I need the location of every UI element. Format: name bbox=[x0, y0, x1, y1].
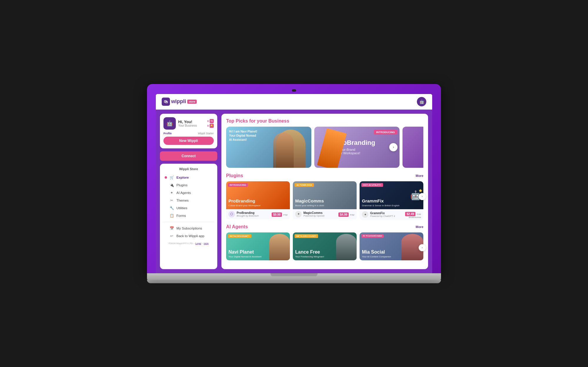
plugin-card-magiccomms[interactable]: AI POWERED! MagicComms Boost your writin… bbox=[293, 181, 357, 220]
lance-beta-badge: BETA DISCOUNT! bbox=[295, 234, 318, 238]
grammfix-title: GrammFix bbox=[362, 199, 400, 204]
hero-card-small[interactable] bbox=[402, 127, 423, 168]
main-layout: 🤖 Hi, You! Your Business 0 🛍 bbox=[156, 110, 432, 273]
agent-card-lance[interactable]: BETA DISCOUNT! Lance Free Your Freelanci… bbox=[293, 232, 357, 260]
grammfix-sub: Grammar & Sense in British English bbox=[362, 204, 400, 207]
hero-card-probranding[interactable]: INTRODUCING ProBranding Colour-Brandyour… bbox=[314, 127, 400, 168]
magiccomms-icon: ✦ bbox=[295, 211, 302, 217]
magiccomms-pm: P/M bbox=[350, 214, 354, 216]
footer-legal[interactable]: Legal bbox=[196, 242, 201, 245]
hero-carousel: Hi! I am Navi Planet!Your Digital NomadA… bbox=[226, 127, 423, 168]
navi-agent-title: Navi Planet bbox=[228, 249, 261, 255]
plugins-row: INTRODUCING ProBranding Colour-Brand you… bbox=[226, 181, 423, 220]
mia-agent-sub: Your AI Content Companion bbox=[362, 255, 391, 258]
agents-carousel-next[interactable]: › bbox=[419, 244, 426, 251]
laptop-bottom bbox=[147, 280, 441, 283]
nav-card: Wippli Store 🛒 Explore 🔌 Plugins bbox=[160, 164, 217, 269]
navi-agent-person bbox=[269, 234, 290, 260]
hero-title: Top Picks for your Business bbox=[226, 118, 289, 124]
grammfix-old-price: $4.99.00 P/M bbox=[405, 216, 421, 218]
magiccomms-title: MagicComms bbox=[295, 199, 324, 204]
user-business: Your Business bbox=[178, 124, 205, 127]
user-avatar: 🤖 bbox=[163, 117, 176, 130]
active-dot bbox=[165, 176, 167, 179]
badge1-icon: 🛍 bbox=[210, 119, 214, 123]
probranding-plugin-badge: INTRODUCING bbox=[228, 183, 248, 187]
sidebar-item-back-to-app[interactable]: ↩ Back to Wippli app bbox=[163, 232, 214, 240]
connect-button[interactable]: Connect bbox=[160, 151, 217, 161]
utilities-label: Utilities bbox=[176, 206, 187, 210]
sidebar-item-utilities[interactable]: 🔧 Utilities bbox=[163, 204, 214, 212]
grammfix-powered: Powered by ChatGPT 4 bbox=[370, 215, 403, 217]
navi-agent-sub: Your Digital Nomad AI Assistant bbox=[228, 255, 261, 258]
agents-title: AI Agents bbox=[226, 224, 248, 229]
agents-header: AI Agents More bbox=[226, 224, 423, 229]
main-content: Top Picks for your Business Hi! I am Nav… bbox=[221, 114, 428, 269]
user-card: 🤖 Hi, You! Your Business 0 🛍 bbox=[160, 114, 217, 148]
agent-card-navi[interactable]: BETA DISCOUNT! Navi Planet Your Digital … bbox=[226, 232, 290, 260]
lance-agent-title: Lance Free bbox=[295, 249, 324, 255]
badge2-num: 0 bbox=[207, 124, 209, 127]
probranding-name: ProBranding bbox=[237, 211, 270, 214]
starter-badge: Wippli Starter bbox=[198, 132, 214, 135]
magiccomms-name: MagicComms bbox=[303, 211, 337, 214]
introducing-badge: INTRODUCING bbox=[374, 130, 397, 135]
logo-text: wippli bbox=[171, 98, 186, 105]
nav-title: Wippli Store bbox=[163, 167, 214, 171]
top-bar: 🛍 wippli store 🤖 bbox=[156, 94, 432, 110]
plugin-card-grammfix[interactable]: HOT AI UTILITY! 🤖 ⭐ GrammFix Grammar & S… bbox=[360, 181, 423, 220]
badge2-icon: 🔔 bbox=[210, 124, 214, 128]
navi-text: Hi! I am Navi Planet!Your Digital NomadA… bbox=[229, 130, 257, 142]
grammfix-name: GrammFix bbox=[370, 212, 403, 215]
plugins-title: Plugins bbox=[226, 173, 243, 178]
plugins-more[interactable]: More bbox=[416, 174, 423, 177]
laptop-base bbox=[147, 273, 441, 280]
hero-carousel-next[interactable]: › bbox=[389, 143, 397, 151]
probranding-pm: P/M bbox=[283, 214, 288, 216]
explore-icon: 🛒 bbox=[169, 175, 174, 180]
sidebar-item-ai-agents[interactable]: ✦ AI Agents bbox=[163, 189, 214, 197]
agent-card-mia[interactable]: AI ✦ContentCreator Mia Social Your AI Co… bbox=[360, 232, 423, 260]
nav-divider bbox=[163, 222, 214, 222]
sidebar: 🤖 Hi, You! Your Business 0 🛍 bbox=[160, 114, 217, 269]
sidebar-item-explore[interactable]: 🛒 Explore bbox=[163, 174, 214, 181]
agents-more[interactable]: More bbox=[416, 225, 423, 229]
magiccomms-powered: Powered by OpenAI bbox=[303, 214, 337, 217]
explore-label: Explore bbox=[176, 176, 189, 179]
plugins-label: Plugins bbox=[176, 183, 188, 187]
footer-help[interactable]: Help bbox=[204, 242, 208, 245]
hero-card-navi[interactable]: Hi! I am Navi Planet!Your Digital NomadA… bbox=[226, 127, 311, 168]
sidebar-item-themes[interactable]: ✂ Themes bbox=[163, 197, 214, 204]
ai-agents-icon: ✦ bbox=[169, 191, 174, 195]
agents-row: BETA DISCOUNT! Navi Planet Your Digital … bbox=[226, 232, 423, 260]
profile-link[interactable]: Profile bbox=[163, 132, 172, 135]
probranding-price: $9.99 bbox=[272, 212, 282, 217]
grammfix-badge: HOT AI UTILITY! bbox=[361, 183, 383, 187]
lance-agent-sub: Your Freelancing Wingman! bbox=[295, 255, 324, 258]
new-wippli-button[interactable]: New Wippli bbox=[163, 137, 214, 145]
magiccomms-sub: Boost your writing in a click! bbox=[295, 204, 324, 207]
forms-label: Forms bbox=[176, 214, 186, 217]
logo-icon: 🛍 bbox=[162, 98, 170, 106]
magiccomms-price: $4.99 bbox=[338, 212, 349, 217]
grammfix-icon: ✦ bbox=[362, 211, 368, 218]
mia-ai-badge: AI ✦ContentCreator bbox=[361, 234, 384, 238]
webcam bbox=[292, 89, 296, 92]
themes-icon: ✂ bbox=[169, 198, 174, 202]
footer: ©2024 Wippli PTY LTD – Legal – Help bbox=[163, 242, 214, 245]
user-avatar-icon[interactable]: 🤖 bbox=[417, 97, 426, 106]
store-badge: store bbox=[187, 100, 197, 104]
themes-label: Themes bbox=[176, 199, 189, 202]
grammfix-pm: P/M bbox=[417, 213, 421, 216]
hero-header: Top Picks for your Business bbox=[226, 118, 423, 124]
sidebar-item-my-subscriptions[interactable]: 📅 My Subscriptions bbox=[163, 224, 214, 232]
probranding-plugin-title: ProBranding bbox=[228, 199, 261, 204]
sidebar-item-plugins[interactable]: 🔌 Plugins bbox=[163, 181, 214, 189]
paint-brush bbox=[317, 128, 347, 168]
probranding-icon: ⬡ bbox=[228, 211, 235, 217]
utilities-icon: 🔧 bbox=[169, 206, 174, 210]
plugin-card-probranding[interactable]: INTRODUCING ProBranding Colour-Brand you… bbox=[226, 181, 290, 220]
plugins-carousel-next[interactable]: › bbox=[419, 193, 426, 200]
plugins-icon: 🔌 bbox=[169, 183, 174, 187]
sidebar-item-forms[interactable]: 📋 Forms bbox=[163, 212, 214, 219]
